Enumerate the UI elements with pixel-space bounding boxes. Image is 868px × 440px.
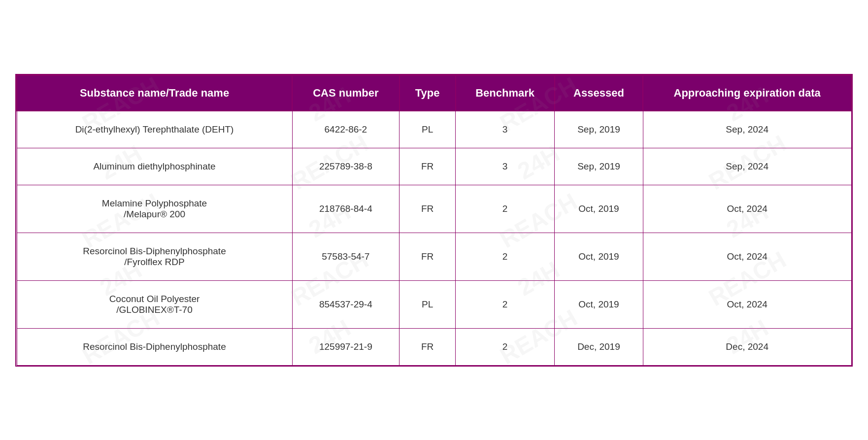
table-row: Resorcinol Bis-Diphenylphosphate/Fyrolfl… (17, 233, 851, 280)
cell-row3-expiration: Oct, 2024 (643, 233, 851, 280)
cell-row0-type: PL (400, 111, 456, 148)
table-row: Di(2-ethylhexyl) Terephthalate (DEHT)642… (17, 111, 851, 148)
header-expiration: Approaching expiration data (643, 75, 851, 111)
cell-row1-expiration: Sep, 2024 (643, 148, 851, 185)
cell-row4-cas: 854537-29-4 (292, 280, 400, 328)
data-table: Substance name/Trade nameCAS numberTypeB… (16, 75, 852, 366)
header-substance: Substance name/Trade name (17, 75, 292, 111)
cell-row1-assessed: Sep, 2019 (555, 148, 643, 185)
cell-row4-substance: Coconut Oil Polyester/GLOBINEX®T-70 (17, 280, 292, 328)
cell-row0-benchmark: 3 (456, 111, 555, 148)
header-cas: CAS number (292, 75, 400, 111)
cell-row1-type: FR (400, 148, 456, 185)
cell-row4-benchmark: 2 (456, 280, 555, 328)
cell-row1-cas: 225789-38-8 (292, 148, 400, 185)
header-assessed: Assessed (555, 75, 643, 111)
cell-row5-cas: 125997-21-9 (292, 328, 400, 365)
cell-row2-benchmark: 2 (456, 185, 555, 233)
cell-row3-benchmark: 2 (456, 233, 555, 280)
table-row: Resorcinol Bis-Diphenylphosphate125997-2… (17, 328, 851, 365)
table-header-row: Substance name/Trade nameCAS numberTypeB… (17, 75, 851, 111)
cell-row4-type: PL (400, 280, 456, 328)
cell-row3-substance: Resorcinol Bis-Diphenylphosphate/Fyrolfl… (17, 233, 292, 280)
cell-row2-expiration: Oct, 2024 (643, 185, 851, 233)
cell-row4-assessed: Oct, 2019 (555, 280, 643, 328)
cell-row0-substance: Di(2-ethylhexyl) Terephthalate (DEHT) (17, 111, 292, 148)
table-row: Coconut Oil Polyester/GLOBINEX®T-7085453… (17, 280, 851, 328)
cell-row4-expiration: Oct, 2024 (643, 280, 851, 328)
cell-row0-cas: 6422-86-2 (292, 111, 400, 148)
cell-row3-cas: 57583-54-7 (292, 233, 400, 280)
cell-row5-expiration: Dec, 2024 (643, 328, 851, 365)
cell-row0-expiration: Sep, 2024 (643, 111, 851, 148)
cell-row2-substance: Melamine Polyphosphate/Melapur® 200 (17, 185, 292, 233)
table-body: Di(2-ethylhexyl) Terephthalate (DEHT)642… (17, 111, 851, 366)
cell-row5-type: FR (400, 328, 456, 365)
cell-row5-assessed: Dec, 2019 (555, 328, 643, 365)
cell-row1-substance: Aluminum diethylphosphinate (17, 148, 292, 185)
cell-row2-type: FR (400, 185, 456, 233)
cell-row2-cas: 218768-84-4 (292, 185, 400, 233)
header-type: Type (400, 75, 456, 111)
cell-row3-assessed: Oct, 2019 (555, 233, 643, 280)
cell-row2-assessed: Oct, 2019 (555, 185, 643, 233)
cell-row0-assessed: Sep, 2019 (555, 111, 643, 148)
table-row: Aluminum diethylphosphinate225789-38-8FR… (17, 148, 851, 185)
table-row: Melamine Polyphosphate/Melapur® 20021876… (17, 185, 851, 233)
cell-row3-type: FR (400, 233, 456, 280)
header-benchmark: Benchmark (456, 75, 555, 111)
cell-row1-benchmark: 3 (456, 148, 555, 185)
cell-row5-benchmark: 2 (456, 328, 555, 365)
main-table-container: Substance name/Trade nameCAS numberTypeB… (15, 74, 853, 367)
cell-row5-substance: Resorcinol Bis-Diphenylphosphate (17, 328, 292, 365)
